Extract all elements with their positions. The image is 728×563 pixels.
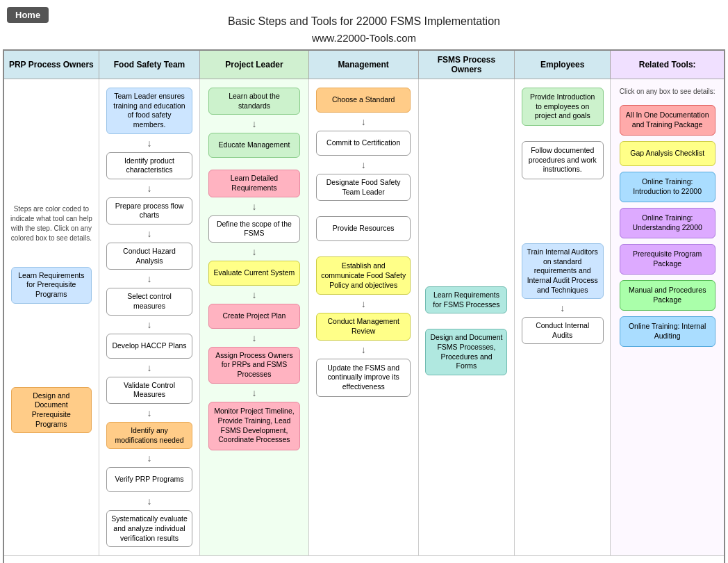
fst-box-0[interactable]: Team Leader ensures training and educati… — [106, 88, 192, 134]
arrow-pl-0 — [251, 119, 256, 129]
mgmt-box-2[interactable]: Designate Food Safety Team Leader — [316, 174, 411, 201]
tools-col: Click on any box to see details: All In … — [611, 79, 725, 556]
pl-box-7[interactable]: Monitor Project Timeline, Provide Traini… — [208, 402, 300, 450]
arrow-fst-0 — [147, 138, 152, 148]
arrow-fst-8 — [147, 496, 152, 506]
arrow-mgmt-0 — [361, 117, 366, 127]
fst-box-9[interactable]: Systematically evaluate and analyze indi… — [106, 510, 192, 547]
pl-box-5[interactable]: Create Project Plan — [208, 304, 300, 329]
emp-box-1[interactable]: Follow documented procedures and work in… — [522, 141, 604, 179]
tool-5[interactable]: Manual and Procedures Package — [620, 280, 715, 311]
tool-1[interactable]: Gap Analysis Checklist — [620, 141, 715, 166]
fst-box-3[interactable]: Conduct Hazard Analysis — [106, 243, 192, 270]
arrow-fst-6 — [147, 408, 152, 418]
mgmt-box-5[interactable]: Conduct Management Review — [316, 313, 411, 340]
prp-col: Steps are color coded to indicate what t… — [3, 79, 99, 556]
header-emp: Employees — [515, 50, 611, 79]
pl-box-0[interactable]: Learn about the standards — [208, 88, 300, 115]
emp-box-0[interactable]: Provide Introduction to employees on pro… — [522, 88, 604, 126]
emp-col: Provide Introduction to employees on pro… — [515, 79, 611, 556]
fst-col: Team Leader ensures training and educati… — [99, 79, 200, 556]
header-prp: PRP Process Owners — [3, 50, 99, 79]
mgmt-box-6[interactable]: Update the FSMS and continually improve … — [316, 359, 411, 397]
tool-0[interactable]: All In One Documentation and Training Pa… — [620, 105, 715, 136]
arrow-fst-5 — [147, 363, 152, 373]
fsms-col: Learn Requirements for FSMS Processes De… — [418, 79, 514, 556]
fst-box-6[interactable]: Validate Control Measures — [106, 377, 192, 404]
header-fsms: FSMS Process Owners — [418, 50, 514, 79]
arrow-pl-3 — [251, 247, 256, 256]
tools-note: Click on any box to see details: — [620, 88, 715, 95]
pl-box-6[interactable]: Assign Process Owners for PRPs and FSMS … — [208, 347, 300, 384]
tool-3[interactable]: Online Training: Understanding 22000 — [620, 208, 715, 238]
arrow-fst-7 — [147, 453, 152, 463]
arrow-fst-2 — [147, 229, 152, 238]
tool-6[interactable]: Online Training: Internal Auditing — [620, 316, 715, 347]
home-button[interactable]: Home — [7, 7, 49, 23]
mgmt-box-4[interactable]: Establish and communicate Food Safety Po… — [316, 256, 411, 295]
fst-box-8[interactable]: Verify PRP Programs — [106, 467, 192, 492]
emp-box-3[interactable]: Conduct Internal Audits — [522, 317, 604, 344]
header-tools: Related Tools: — [611, 50, 725, 79]
arrow-pl-2 — [251, 202, 256, 211]
fsms-box-0[interactable]: Learn Requirements for FSMS Processes — [425, 286, 507, 313]
arrow-mgmt-5 — [361, 345, 366, 354]
header-mgmt: Management — [308, 50, 418, 79]
arrow-mgmt-4 — [361, 299, 366, 309]
pl-box-3[interactable]: Define the scope of the FSMS — [208, 215, 300, 243]
mgmt-col: Choose a Standard Commit to Certificatio… — [308, 79, 418, 556]
fst-box-7[interactable]: Identify any modifications needed — [106, 422, 192, 449]
pl-box-2[interactable]: Learn Detailed Requirements — [208, 170, 300, 197]
main-diagram: PRP Process Owners Food Safety Team Proj… — [3, 49, 725, 563]
page-title: Basic Steps and Tools for 22000 FSMS Imp… — [3, 15, 725, 28]
pl-box-4[interactable]: Evaluate Current System — [208, 261, 300, 286]
mgmt-box-1[interactable]: Commit to Certification — [316, 131, 411, 156]
fsms-box-1[interactable]: Design and Document FSMS Processes, Proc… — [425, 329, 507, 375]
emp-box-2[interactable]: Train Internal Auditors on standard requ… — [522, 243, 604, 299]
header-fst: Food Safety Team — [99, 50, 200, 79]
mgmt-box-3[interactable]: Provide Resources — [316, 216, 411, 241]
arrow-pl-4 — [251, 290, 256, 300]
mgmt-box-0[interactable]: Choose a Standard — [316, 88, 411, 113]
arrow-pl-6 — [251, 388, 256, 398]
arrow-fst-4 — [147, 320, 152, 329]
fst-box-1[interactable]: Identify product characteristics — [106, 152, 192, 179]
page-subtitle: www.22000-Tools.com — [3, 32, 725, 44]
bottom-row: Achieve and Maintain Certification — [3, 556, 725, 563]
pl-col: Learn about the standards Educate Manage… — [200, 79, 308, 556]
home-label: Home — [15, 10, 40, 20]
tool-4[interactable]: Prerequisite Program Package — [620, 244, 715, 275]
tool-2[interactable]: Online Training: Introduction to 22000 — [620, 172, 715, 202]
arrow-fst-1 — [147, 183, 152, 193]
prp-note: Steps are color coded to indicate what t… — [8, 202, 94, 246]
arrow-pl-5 — [251, 333, 256, 343]
arrow-emp-2 — [560, 303, 565, 313]
fst-box-2[interactable]: Prepare process flow charts — [106, 197, 192, 225]
fst-box-5[interactable]: Develop HACCP Plans — [106, 334, 192, 359]
prp-box1[interactable]: Learn Requirements for Prerequisite Prog… — [11, 267, 92, 304]
prp-box2[interactable]: Design and Document Prerequisite Program… — [11, 387, 92, 434]
header-pl: Project Leader — [200, 50, 308, 79]
fst-box-4[interactable]: Select control measures — [106, 288, 192, 315]
arrow-fst-3 — [147, 274, 152, 284]
arrow-mgmt-1 — [361, 160, 366, 170]
pl-box-1[interactable]: Educate Management — [208, 133, 300, 158]
